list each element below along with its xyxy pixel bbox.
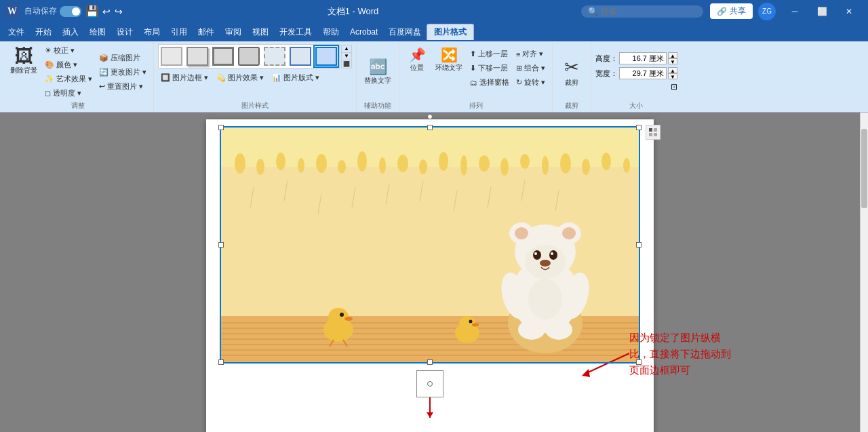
menu-item-pic-format[interactable]: 图片格式 — [427, 24, 474, 40]
search-input[interactable] — [601, 7, 689, 16]
layout-icon-button[interactable] — [646, 125, 660, 140]
autosave-toggle[interactable] — [60, 6, 81, 17]
menu-item-ref[interactable]: 引用 — [165, 24, 193, 40]
menu-item-acrobat[interactable]: Acrobat — [344, 25, 383, 39]
gallery-scroll-down[interactable]: ▼ — [342, 53, 351, 60]
style-thumb-7[interactable] — [313, 45, 339, 68]
style-thumb-5[interactable] — [262, 45, 288, 68]
share-button[interactable]: 🔗 共享 — [710, 3, 753, 19]
position-icon: 📌 — [409, 47, 426, 63]
word-logo: W — [5, 3, 20, 20]
menu-item-layout[interactable]: 布局 — [138, 24, 165, 40]
gallery-scroll-up[interactable]: ▲ — [342, 45, 351, 53]
menu-item-baidu[interactable]: 百度网盘 — [383, 24, 427, 40]
menu-item-view[interactable]: 视图 — [247, 24, 274, 40]
user-avatar[interactable]: ZG — [758, 3, 776, 20]
pic-effect-button[interactable]: 💫 图片效果 ▾ — [214, 71, 267, 84]
style-thumb-6[interactable] — [288, 45, 313, 68]
rotate-button[interactable]: ↻ 旋转 ▾ — [513, 76, 548, 89]
gallery-expand[interactable]: ⬛ — [342, 60, 351, 68]
menu-item-help[interactable]: 帮助 — [317, 24, 344, 40]
scrollbar-thumb[interactable] — [861, 129, 867, 209]
style-thumb-1[interactable] — [159, 45, 184, 68]
selected-image-container[interactable] — [220, 126, 640, 364]
compress-pic-button[interactable]: 📦 压缩图片 — [96, 52, 149, 64]
minimize-button[interactable]: ─ — [781, 0, 808, 22]
transparent-dropdown-icon: ▾ — [77, 89, 81, 98]
art-effect-button[interactable]: ✨ 艺术效果 ▾ — [42, 73, 95, 85]
menu-item-insert[interactable]: 插入 — [57, 24, 84, 40]
pic-border-icon: 🔲 — [161, 73, 170, 82]
svg-point-63 — [344, 317, 353, 321]
document-area[interactable]: 因为锁定了图片纵横 比，直接将下边拖动到 页面边框即可 — [0, 113, 860, 432]
menu-item-draw[interactable]: 绘图 — [84, 24, 111, 40]
art-effect-dropdown-icon: ▾ — [88, 75, 92, 83]
position-button[interactable]: 📌 位置 — [403, 44, 431, 75]
menu-item-dev[interactable]: 开发工具 — [274, 24, 317, 40]
change-pic-button[interactable]: 🔄 更改图片 ▾ — [96, 66, 149, 79]
bottom-selection-box[interactable] — [416, 370, 443, 397]
height-input[interactable] — [619, 52, 667, 64]
svg-point-48 — [562, 227, 576, 239]
doc-scroll: 因为锁定了图片纵横 比，直接将下边拖动到 页面边框即可 — [0, 113, 860, 432]
document-page — [206, 119, 654, 432]
svg-point-62 — [340, 313, 344, 317]
height-up-btn[interactable]: ▲ — [668, 52, 677, 58]
color-button[interactable]: 🎨 颜色 ▾ — [42, 58, 95, 71]
crop-button[interactable]: ✂ 裁剪 — [557, 54, 587, 90]
search-area[interactable]: 🔍 — [581, 5, 703, 18]
group-button[interactable]: ⊞ 组合 ▾ — [513, 62, 548, 75]
svg-point-58 — [545, 319, 572, 340]
reset-pic-button[interactable]: ↩ 重置图片 ▾ — [96, 80, 149, 93]
svg-point-68 — [469, 320, 473, 323]
svg-point-4 — [235, 153, 245, 174]
send-back-button[interactable]: ⬇ 下移一层 — [467, 62, 512, 75]
align-button[interactable]: ≡ 对齐 ▾ — [513, 47, 548, 60]
undo-btn[interactable]: ↩ — [100, 5, 113, 18]
ribbon-group-crop: ✂ 裁剪 裁剪 — [553, 43, 591, 112]
bottom-handle-center[interactable] — [427, 381, 433, 387]
change-pic-icon: 🔄 — [99, 68, 108, 77]
svg-point-21 — [582, 159, 590, 175]
remove-bg-button[interactable]: 🖼 删除背景 — [7, 44, 41, 78]
close-button[interactable]: ✕ — [835, 0, 863, 22]
svg-rect-70 — [649, 128, 652, 132]
correct-button[interactable]: ☀ 校正 ▾ — [42, 44, 95, 57]
width-input[interactable] — [619, 67, 667, 79]
menu-item-home[interactable]: 开始 — [30, 24, 57, 40]
width-up-btn[interactable]: ▲ — [668, 67, 677, 73]
vertical-scrollbar[interactable] — [860, 113, 868, 432]
replace-text-button[interactable]: 🔤 替换文字 — [361, 56, 395, 88]
annotation-arrow-down — [429, 397, 431, 418]
select-pane-button[interactable]: 🗂 选择窗格 — [467, 76, 512, 89]
adjust-group-label: 调整 — [7, 100, 149, 112]
transparent-button[interactable]: ◻ 透明度 ▾ — [42, 87, 95, 100]
size-expand-button[interactable]: ⊡ — [671, 82, 677, 92]
svg-point-12 — [397, 155, 408, 172]
rotate-icon: ↻ — [516, 78, 522, 87]
height-down-btn[interactable]: ▼ — [668, 58, 677, 64]
pic-border-button[interactable]: 🔲 图片边框 ▾ — [158, 71, 211, 84]
style-thumb-2[interactable] — [184, 45, 210, 68]
menu-item-review[interactable]: 审阅 — [220, 24, 247, 40]
style-thumb-4[interactable] — [236, 45, 262, 68]
wrap-text-button[interactable]: 🔀 环绕文字 — [432, 44, 466, 75]
redo-btn[interactable]: ↪ — [113, 5, 125, 18]
reset-pic-dropdown-icon: ▾ — [139, 82, 143, 91]
svg-point-59 — [528, 279, 562, 319]
wrap-text-label: 环绕文字 — [435, 63, 462, 73]
rotate-handle[interactable] — [427, 114, 433, 119]
pic-layout-button[interactable]: 📊 图片版式 ▾ — [269, 71, 322, 84]
svg-point-67 — [459, 316, 475, 331]
menu-item-design[interactable]: 设计 — [111, 24, 138, 40]
send-back-icon: ⬇ — [470, 64, 476, 73]
height-field: 高度： ▲ ▼ — [595, 52, 677, 64]
bring-forward-button[interactable]: ⬆ 上移一层 — [467, 47, 512, 60]
maximize-button[interactable]: ⬜ — [808, 0, 835, 22]
save-icon[interactable]: 💾 — [85, 5, 99, 18]
style-thumb-3[interactable] — [210, 45, 236, 68]
menu-item-mail[interactable]: 邮件 — [193, 24, 220, 40]
menu-item-file[interactable]: 文件 — [3, 24, 30, 40]
svg-point-51 — [549, 250, 557, 260]
width-down-btn[interactable]: ▼ — [668, 73, 677, 79]
